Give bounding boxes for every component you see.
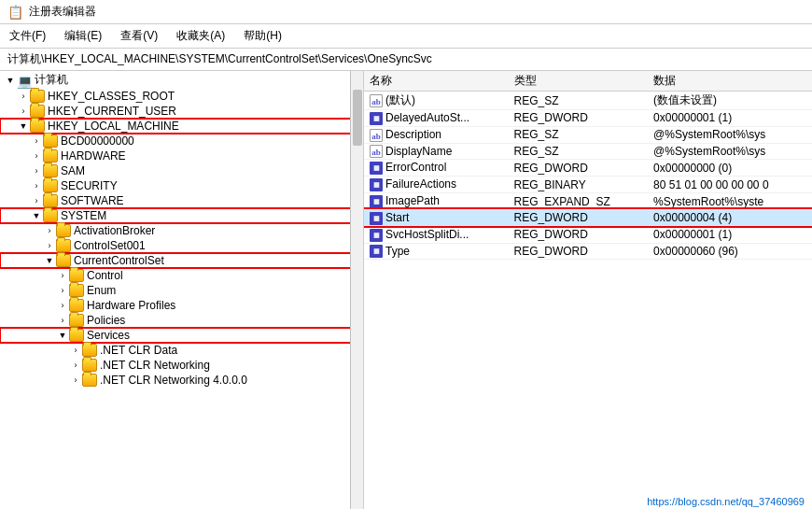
toggle-services[interactable]: ▼	[56, 331, 69, 340]
toggle-control[interactable]: ›	[56, 271, 69, 280]
tree-node-services[interactable]: ▼ Services	[0, 328, 363, 343]
toggle-controlset001[interactable]: ›	[43, 241, 56, 250]
reg-type: REG_BINARY	[509, 177, 649, 193]
main-area: ▼ 💻 计算机 › HKEY_CLASSES_ROOT › HKEY_CURRE…	[0, 71, 812, 509]
menu-item-v[interactable]: 查看(V)	[111, 24, 167, 48]
reg-type: REG_EXPAND_SZ	[509, 193, 649, 210]
tree-node-controlset001[interactable]: › ControlSet001	[0, 238, 363, 253]
tree-label-computer: 计算机	[35, 72, 68, 88]
tree-label-system: SYSTEM	[61, 209, 106, 222]
tree-label-control: Control	[87, 269, 123, 282]
table-row[interactable]: ▦Start REG_DWORD 0x00000004 (4)	[364, 209, 812, 226]
toggle-netclrnetworking[interactable]: ›	[69, 361, 82, 370]
left-scrollbar-thumb[interactable]	[353, 90, 362, 146]
tree-node-bcd[interactable]: › BCD00000000	[0, 134, 363, 148]
col-type: 类型	[509, 71, 649, 92]
toggle-sam[interactable]: ›	[30, 166, 43, 176]
folder-icon-currentcontrolset	[56, 254, 71, 267]
tree-container[interactable]: ▼ 💻 计算机 › HKEY_CLASSES_ROOT › HKEY_CURRE…	[0, 71, 363, 509]
menu-bar: 文件(F)编辑(E)查看(V)收藏夹(A)帮助(H)	[0, 24, 812, 49]
reg-name: ▦Type	[364, 243, 509, 260]
menu-item-e[interactable]: 编辑(E)	[55, 24, 111, 48]
tree-node-netclrdata[interactable]: › .NET CLR Data	[0, 343, 363, 358]
tree-node-netclrnetworking400[interactable]: › .NET CLR Networking 4.0.0.0	[0, 373, 363, 388]
tree-node-computer[interactable]: ▼ 💻 计算机	[0, 71, 363, 89]
folder-icon-netclrdata	[82, 344, 97, 357]
toggle-activationbroker[interactable]: ›	[43, 226, 56, 235]
table-row[interactable]: abDisplayName REG_SZ @%SystemRoot%\sys	[364, 143, 812, 160]
tree-node-activationbroker[interactable]: › ActivationBroker	[0, 223, 363, 238]
tree-node-hardware-profiles[interactable]: › Hardware Profiles	[0, 298, 363, 313]
menu-item-h[interactable]: 帮助(H)	[234, 24, 291, 48]
toggle-hardware[interactable]: ›	[30, 151, 43, 161]
toggle-security[interactable]: ›	[30, 181, 43, 191]
folder-icon-sam	[43, 164, 58, 177]
left-scrollbar[interactable]	[350, 71, 363, 509]
table-row[interactable]: ▦SvcHostSplitDi... REG_DWORD 0x00000001 …	[364, 226, 812, 243]
tree-node-hkcu[interactable]: › HKEY_CURRENT_USER	[0, 104, 363, 119]
table-row[interactable]: ▦FailureActions REG_BINARY 80 51 01 00 0…	[364, 177, 812, 193]
table-row[interactable]: ▦ImagePath REG_EXPAND_SZ %SystemRoot%\sy…	[364, 193, 812, 210]
tree-label-policies: Policies	[87, 314, 125, 327]
address-text: 计算机\HKEY_LOCAL_MACHINE\SYSTEM\CurrentCon…	[7, 52, 432, 65]
reg-name: ▦FailureActions	[364, 177, 509, 193]
folder-icon-hklm	[30, 120, 45, 133]
tree-node-enum[interactable]: › Enum	[0, 283, 363, 298]
toggle-computer[interactable]: ▼	[4, 76, 17, 85]
toggle-hkcr[interactable]: ›	[17, 92, 30, 101]
toggle-hklm[interactable]: ▼	[17, 121, 30, 131]
tree-node-system[interactable]: ▼ SYSTEM	[0, 208, 363, 223]
tree-node-currentcontrolset[interactable]: ▼ CurrentControlSet	[0, 253, 363, 268]
folder-icon-bcd	[43, 134, 58, 148]
dword-icon: ▦	[370, 112, 383, 125]
table-row[interactable]: ▦Type REG_DWORD 0x00000060 (96)	[364, 243, 812, 260]
tree-node-netclrnetworking[interactable]: › .NET CLR Networking	[0, 358, 363, 373]
toggle-hkcu[interactable]: ›	[17, 106, 30, 116]
toggle-system[interactable]: ▼	[30, 211, 43, 220]
reg-data: @%SystemRoot%\sys	[648, 143, 812, 160]
folder-icon-policies	[69, 314, 84, 327]
tree-node-control[interactable]: › Control	[0, 268, 363, 283]
tree-node-sam[interactable]: › SAM	[0, 163, 363, 178]
toggle-software[interactable]: ›	[30, 196, 43, 205]
toggle-enum[interactable]: ›	[56, 286, 69, 295]
menu-item-a[interactable]: 收藏夹(A)	[167, 24, 234, 48]
folder-icon-services	[69, 329, 84, 342]
toggle-netclrnetworking400[interactable]: ›	[69, 375, 82, 385]
address-bar: 计算机\HKEY_LOCAL_MACHINE\SYSTEM\CurrentCon…	[0, 49, 812, 71]
toggle-hardware-profiles[interactable]: ›	[56, 301, 69, 310]
reg-type: REG_SZ	[509, 143, 649, 160]
table-row[interactable]: ▦DelayedAutoSt... REG_DWORD 0x00000001 (…	[364, 110, 812, 127]
reg-data: 0x00000001 (1)	[648, 110, 812, 127]
toggle-currentcontrolset[interactable]: ▼	[43, 256, 56, 265]
table-row[interactable]: abDescription REG_SZ @%SystemRoot%\sys	[364, 126, 812, 143]
tree-label-controlset001: ControlSet001	[74, 239, 146, 252]
table-row[interactable]: ▦ErrorControl REG_DWORD 0x00000000 (0)	[364, 160, 812, 177]
reg-data: 80 51 01 00 00 00 00 0	[648, 177, 812, 193]
tree-label-hkcr: HKEY_CLASSES_ROOT	[48, 90, 175, 103]
tree-node-security[interactable]: › SECURITY	[0, 178, 363, 193]
toggle-netclrdata[interactable]: ›	[69, 346, 82, 355]
folder-icon-netclrnetworking400	[82, 374, 97, 387]
folder-icon-hkcr	[30, 90, 45, 103]
toggle-policies[interactable]: ›	[56, 316, 69, 325]
reg-type: REG_SZ	[509, 92, 649, 110]
ab-icon: ab	[370, 129, 383, 142]
tree-node-hkcr[interactable]: › HKEY_CLASSES_ROOT	[0, 89, 363, 104]
folder-icon-enum	[69, 284, 84, 297]
tree-label-sam: SAM	[61, 164, 85, 177]
tree-node-policies[interactable]: › Policies	[0, 313, 363, 328]
toggle-bcd[interactable]: ›	[30, 136, 43, 146]
tree-node-hklm[interactable]: ▼ HKEY_LOCAL_MACHINE	[0, 119, 363, 134]
folder-icon-hardware-profiles	[69, 299, 84, 312]
registry-table: 名称 类型 数据 ab(默认) REG_SZ (数值未设置) ▦DelayedA…	[364, 71, 812, 260]
table-row[interactable]: ab(默认) REG_SZ (数值未设置)	[364, 92, 812, 110]
reg-type: REG_DWORD	[509, 243, 649, 260]
tree-node-hardware[interactable]: › HARDWARE	[0, 148, 363, 163]
menu-item-f[interactable]: 文件(F)	[0, 24, 55, 48]
reg-data: 0x00000001 (1)	[648, 226, 812, 243]
tree-node-software[interactable]: › SOFTWARE	[0, 193, 363, 208]
reg-data: 0x00000004 (4)	[648, 209, 812, 226]
reg-data: 0x00000000 (0)	[648, 160, 812, 177]
ab-icon: ab	[370, 145, 383, 158]
